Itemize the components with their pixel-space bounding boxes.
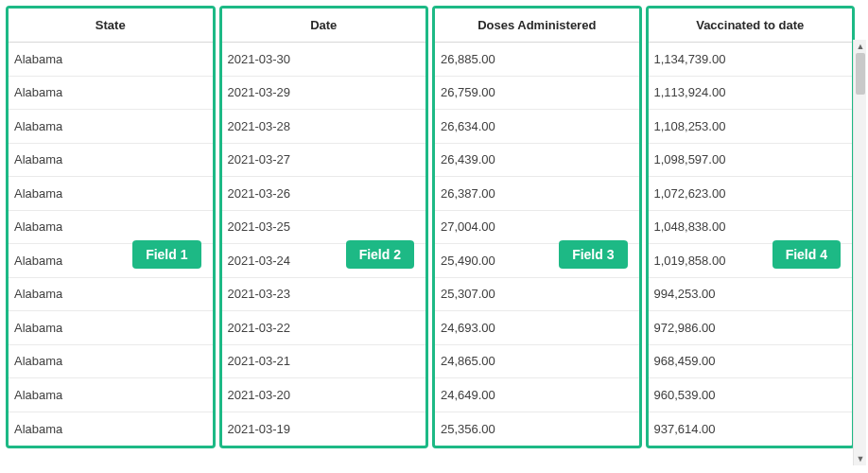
table-cell[interactable]: 2021-03-30 bbox=[222, 43, 426, 77]
table-cell[interactable]: 1,019,858.00 bbox=[649, 244, 853, 278]
table-cell[interactable]: 2021-03-22 bbox=[222, 311, 426, 345]
column-header-vaccinated[interactable]: Vaccinated to date bbox=[649, 9, 853, 43]
table-cell[interactable]: Alabama bbox=[9, 144, 213, 178]
table-cell[interactable]: 26,885.00 bbox=[435, 43, 639, 77]
table-cell[interactable]: 937,614.00 bbox=[649, 412, 853, 447]
table-cell[interactable]: 2021-03-27 bbox=[222, 144, 426, 178]
table-cell[interactable]: 2021-03-29 bbox=[222, 77, 426, 111]
scroll-up-icon[interactable]: ▲ bbox=[854, 40, 867, 53]
table-cell[interactable]: 26,387.00 bbox=[435, 177, 639, 211]
table-cell[interactable]: Alabama bbox=[9, 43, 213, 77]
data-table: State Alabama Alabama Alabama Alabama Al… bbox=[6, 6, 855, 465]
scroll-down-icon[interactable]: ▼ bbox=[854, 452, 867, 465]
table-cell[interactable]: Alabama bbox=[9, 278, 213, 312]
column-doses: Doses Administered 26,885.00 26,759.00 2… bbox=[432, 6, 642, 448]
table-cell[interactable]: 2021-03-25 bbox=[222, 211, 426, 245]
table-cell[interactable]: 2021-03-28 bbox=[222, 110, 426, 144]
table-cell[interactable]: Alabama bbox=[9, 311, 213, 345]
table-cell[interactable]: 968,459.00 bbox=[649, 345, 853, 379]
column-state: State Alabama Alabama Alabama Alabama Al… bbox=[6, 6, 216, 448]
table-cell[interactable]: 26,634.00 bbox=[435, 110, 639, 144]
table-cell[interactable]: 1,098,597.00 bbox=[649, 144, 853, 178]
table-cell[interactable]: Alabama bbox=[9, 177, 213, 211]
table-cell[interactable]: 1,072,623.00 bbox=[649, 177, 853, 211]
table-cell[interactable]: 24,693.00 bbox=[435, 311, 639, 345]
column-date: Date 2021-03-30 2021-03-29 2021-03-28 20… bbox=[219, 6, 429, 448]
table-cell[interactable]: 2021-03-24 bbox=[222, 244, 426, 278]
table-cell[interactable]: 25,307.00 bbox=[435, 278, 639, 312]
column-header-date[interactable]: Date bbox=[222, 9, 426, 43]
table-cell[interactable]: 24,865.00 bbox=[435, 345, 639, 379]
table-cell[interactable]: Alabama bbox=[9, 244, 213, 278]
column-body-doses: 26,885.00 26,759.00 26,634.00 26,439.00 … bbox=[435, 43, 639, 446]
table-cell[interactable]: Alabama bbox=[9, 110, 213, 144]
table-cell[interactable]: 2021-03-26 bbox=[222, 177, 426, 211]
table-cell[interactable]: 26,759.00 bbox=[435, 77, 639, 111]
column-header-state[interactable]: State bbox=[9, 9, 213, 43]
table-cell[interactable]: 960,539.00 bbox=[649, 378, 853, 412]
table-cell[interactable]: 994,253.00 bbox=[649, 278, 853, 312]
column-body-date: 2021-03-30 2021-03-29 2021-03-28 2021-03… bbox=[222, 43, 426, 446]
table-cell[interactable]: Alabama bbox=[9, 77, 213, 111]
table-cell[interactable]: 2021-03-19 bbox=[222, 412, 426, 447]
table-cell[interactable]: 2021-03-23 bbox=[222, 278, 426, 312]
table-cell[interactable]: Alabama bbox=[9, 345, 213, 379]
scrollbar-thumb[interactable] bbox=[856, 53, 865, 95]
table-cell[interactable]: 1,048,838.00 bbox=[649, 211, 853, 245]
table-cell[interactable]: 25,490.00 bbox=[435, 244, 639, 278]
table-cell[interactable]: 2021-03-21 bbox=[222, 345, 426, 379]
table-cell[interactable]: 2021-03-20 bbox=[222, 378, 426, 412]
table-cell[interactable]: 1,134,739.00 bbox=[649, 43, 853, 77]
table-cell[interactable]: 25,356.00 bbox=[435, 412, 639, 447]
column-body-vaccinated: 1,134,739.00 1,113,924.00 1,108,253.00 1… bbox=[649, 43, 853, 446]
table-cell[interactable]: 1,108,253.00 bbox=[649, 110, 853, 144]
table-cell[interactable]: 972,986.00 bbox=[649, 311, 853, 345]
table-cell[interactable]: Alabama bbox=[9, 211, 213, 245]
table-columns: State Alabama Alabama Alabama Alabama Al… bbox=[6, 6, 855, 448]
table-cell[interactable]: 1,113,924.00 bbox=[649, 77, 853, 111]
table-cell[interactable]: 26,439.00 bbox=[435, 144, 639, 178]
table-cell[interactable]: Alabama bbox=[9, 412, 213, 447]
table-cell[interactable]: Alabama bbox=[9, 378, 213, 412]
table-cell[interactable]: 24,649.00 bbox=[435, 378, 639, 412]
column-header-doses[interactable]: Doses Administered bbox=[435, 9, 639, 43]
column-body-state: Alabama Alabama Alabama Alabama Alabama … bbox=[9, 43, 213, 446]
vertical-scrollbar[interactable]: ▲ ▼ bbox=[853, 40, 866, 465]
table-cell[interactable]: 27,004.00 bbox=[435, 211, 639, 245]
column-vaccinated: Vaccinated to date 1,134,739.00 1,113,92… bbox=[646, 6, 856, 448]
